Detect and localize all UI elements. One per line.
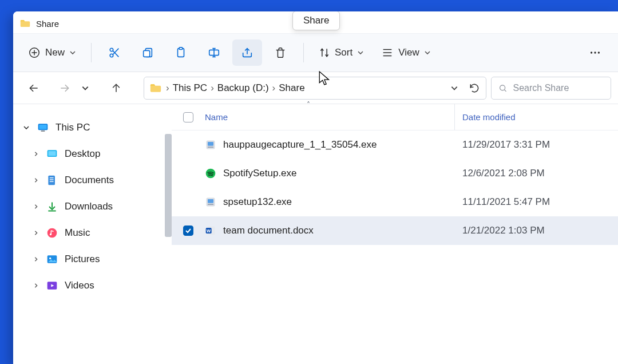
file-name: hauppaugecapture_1_1_35054.exe bbox=[223, 139, 377, 151]
chevron-right-icon[interactable] bbox=[33, 283, 39, 288]
svg-rect-45 bbox=[208, 147, 213, 148]
window-title: Share bbox=[36, 19, 59, 29]
svg-rect-34 bbox=[50, 179, 54, 180]
view-label: View bbox=[398, 47, 419, 58]
sidebar-item-label: Videos bbox=[65, 280, 94, 291]
file-row[interactable]: hauppaugecapture_1_1_35054.exe11/29/2017… bbox=[172, 130, 618, 159]
search-box[interactable] bbox=[491, 77, 611, 100]
file-name: SpotifySetup.exe bbox=[223, 168, 297, 179]
sidebar-item-documents[interactable]: Documents bbox=[13, 167, 165, 193]
chevron-right-icon: › bbox=[166, 82, 169, 94]
paste-button[interactable] bbox=[166, 39, 196, 66]
share-tooltip: Share bbox=[292, 11, 340, 30]
svg-rect-31 bbox=[48, 151, 56, 156]
svg-point-21 bbox=[598, 52, 600, 53]
breadcrumb-item[interactable]: Share bbox=[279, 82, 304, 94]
new-label: New bbox=[45, 47, 65, 58]
svg-text:W: W bbox=[207, 228, 211, 234]
sidebar-item-music[interactable]: Music bbox=[13, 220, 165, 246]
svg-rect-48 bbox=[208, 199, 213, 203]
chevron-right-icon: › bbox=[211, 82, 214, 94]
search-input[interactable] bbox=[513, 83, 604, 93]
sidebar-item-label: Downloads bbox=[65, 201, 113, 212]
sidebar-item-label: Music bbox=[65, 227, 90, 239]
back-button[interactable] bbox=[26, 80, 42, 96]
navigation-pane: This PC Desktop Documents Downloads bbox=[13, 104, 165, 364]
chevron-down-icon[interactable] bbox=[450, 84, 458, 92]
svg-point-38 bbox=[47, 228, 57, 238]
sidebar-item-label: This PC bbox=[56, 122, 90, 133]
column-header-name[interactable]: Name bbox=[205, 112, 454, 122]
chevron-right-icon[interactable] bbox=[33, 204, 39, 209]
arrow-up-icon bbox=[110, 82, 122, 94]
view-icon bbox=[381, 46, 394, 59]
svg-point-4 bbox=[110, 48, 113, 52]
column-header-date[interactable]: Date modified bbox=[454, 112, 618, 122]
svg-rect-8 bbox=[144, 50, 150, 57]
file-icon bbox=[205, 139, 216, 151]
file-list: ˄ Name Date modified hauppaugecapture_1_… bbox=[172, 104, 618, 364]
svg-rect-44 bbox=[208, 142, 213, 146]
sidebar-item-pictures[interactable]: Pictures bbox=[13, 246, 165, 272]
svg-rect-29 bbox=[41, 130, 45, 132]
file-row[interactable]: spsetup132.exe11/11/2021 5:47 PM bbox=[172, 188, 618, 216]
chevron-right-icon[interactable] bbox=[33, 151, 39, 157]
file-icon bbox=[205, 196, 216, 208]
sidebar-scrollbar[interactable] bbox=[165, 104, 172, 364]
file-date: 12/6/2021 2:08 PM bbox=[454, 168, 618, 179]
sidebar-item-desktop[interactable]: Desktop bbox=[13, 141, 165, 167]
arrow-left-icon bbox=[28, 82, 39, 94]
file-row[interactable]: SpotifySetup.exe12/6/2021 2:08 PM bbox=[172, 159, 618, 188]
refresh-icon[interactable] bbox=[469, 82, 480, 94]
select-all-checkbox[interactable] bbox=[183, 112, 193, 122]
breadcrumb-item[interactable]: Backup (D:) bbox=[217, 82, 269, 94]
folder-icon bbox=[150, 82, 161, 94]
svg-point-39 bbox=[50, 234, 52, 235]
search-icon bbox=[498, 83, 508, 93]
video-icon bbox=[46, 280, 58, 291]
monitor-icon bbox=[37, 122, 49, 133]
svg-point-41 bbox=[49, 258, 51, 259]
chevron-down-icon bbox=[424, 49, 431, 56]
document-icon bbox=[46, 175, 58, 186]
up-button[interactable] bbox=[108, 80, 124, 96]
picture-icon bbox=[46, 254, 58, 265]
new-button[interactable]: New bbox=[21, 39, 83, 66]
more-button[interactable] bbox=[580, 39, 610, 66]
chevron-down-icon[interactable] bbox=[22, 124, 30, 131]
sidebar-item-this-pc[interactable]: This PC bbox=[13, 114, 165, 141]
chevron-right-icon[interactable] bbox=[33, 256, 39, 262]
rename-button[interactable] bbox=[199, 39, 229, 66]
arrow-right-icon bbox=[59, 82, 70, 94]
recent-locations-button[interactable] bbox=[77, 80, 93, 96]
rename-icon bbox=[208, 46, 220, 59]
row-checkbox[interactable] bbox=[183, 225, 193, 236]
delete-button[interactable] bbox=[266, 39, 295, 66]
chevron-down-icon bbox=[69, 49, 76, 56]
svg-point-3 bbox=[110, 54, 113, 57]
sidebar-item-downloads[interactable]: Downloads bbox=[13, 193, 165, 220]
toolbar: Share New Sort bbox=[13, 33, 618, 72]
chevron-down-icon bbox=[357, 49, 364, 56]
cut-button[interactable] bbox=[100, 39, 129, 66]
share-button[interactable] bbox=[232, 39, 262, 66]
divider bbox=[303, 43, 304, 62]
view-button[interactable]: View bbox=[374, 39, 438, 66]
svg-line-26 bbox=[504, 89, 506, 91]
breadcrumb-item[interactable]: This PC bbox=[173, 82, 207, 94]
sidebar-item-videos[interactable]: Videos bbox=[13, 272, 165, 299]
chevron-right-icon[interactable] bbox=[33, 230, 39, 236]
svg-rect-10 bbox=[179, 48, 183, 50]
file-date: 1/21/2022 1:03 PM bbox=[454, 225, 618, 236]
copy-button[interactable] bbox=[133, 39, 163, 66]
sort-label: Sort bbox=[335, 47, 352, 58]
file-date: 11/29/2017 3:31 PM bbox=[454, 139, 618, 151]
svg-rect-28 bbox=[39, 125, 46, 129]
clipboard-icon bbox=[175, 46, 187, 59]
forward-button[interactable] bbox=[57, 80, 73, 96]
chevron-right-icon[interactable] bbox=[33, 177, 39, 183]
sort-button[interactable]: Sort bbox=[312, 39, 371, 66]
file-row[interactable]: Wteam document.docx1/21/2022 1:03 PM bbox=[172, 216, 618, 245]
address-bar[interactable]: › This PC › Backup (D:) › Share bbox=[144, 77, 486, 100]
explorer-window: Share Share New Sort bbox=[13, 11, 618, 364]
